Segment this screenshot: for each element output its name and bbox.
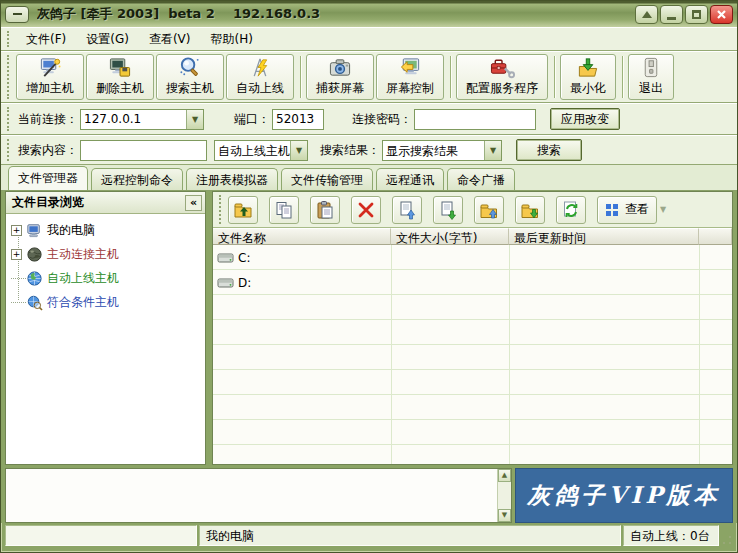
expand-icon[interactable]: + — [11, 225, 22, 236]
tab-remote-control[interactable]: 远程控制命令 — [91, 168, 183, 190]
collapse-panel-button[interactable]: « — [185, 195, 202, 211]
tree-item-label: 自动上线主机 — [47, 270, 119, 287]
table-row-drive-d[interactable]: D: — [213, 270, 732, 295]
tab-file-transfer[interactable]: 文件传输管理 — [281, 168, 373, 190]
system-menu-button[interactable] — [5, 6, 29, 23]
scroll-down-icon[interactable]: ▼ — [498, 509, 511, 522]
add-host-button[interactable]: 增加主机 — [16, 54, 84, 100]
refresh-button[interactable] — [556, 196, 586, 224]
paste-button[interactable] — [310, 196, 340, 224]
password-label: 连接密码： — [352, 111, 412, 128]
current-connection-select[interactable]: 127.0.0.1 ▼ — [80, 109, 204, 130]
search-button[interactable]: 搜索 — [516, 139, 582, 161]
connection-bar: 当前连接： 127.0.0.1 ▼ 端口： 连接密码： 应用改变 — [1, 103, 737, 135]
password-input[interactable] — [414, 109, 536, 130]
chevron-down-icon[interactable]: ▼ — [290, 141, 307, 160]
close-button[interactable] — [710, 5, 733, 24]
auto-online-button[interactable]: 自动上线 — [226, 54, 294, 100]
tree-item-label: 我的电脑 — [47, 222, 95, 239]
main-area: 文件目录浏览 « + 我的电脑 + 主动连接主机 — [1, 191, 737, 465]
file-table-header: 文件名称 文件大小(字节) 最后更新时间 — [213, 228, 732, 245]
search-content-label: 搜索内容： — [18, 142, 78, 159]
tab-registry-editor[interactable]: 注册表模拟器 — [186, 168, 278, 190]
configure-service-button[interactable]: 配置服务程序 — [456, 54, 548, 100]
system-menu-icon — [13, 13, 22, 15]
chevron-down-icon[interactable]: ▼ — [186, 110, 203, 129]
expand-icon[interactable]: + — [11, 249, 22, 260]
view-mode-dropdown-icon[interactable]: ▼ — [660, 205, 666, 214]
search-result-select[interactable]: 显示搜索结果 ▼ — [382, 140, 502, 161]
toolbar-grip[interactable] — [219, 195, 222, 224]
menu-help[interactable]: 帮助(H) — [201, 29, 263, 50]
upload-folder-button[interactable] — [474, 196, 504, 224]
status-online-count: 自动上线：0台 — [623, 525, 719, 546]
auto-online-hosts-icon — [26, 270, 43, 287]
current-connection-label: 当前连接： — [18, 111, 78, 128]
caption-buttons — [635, 5, 733, 24]
resize-grip[interactable] — [721, 525, 733, 546]
rollup-button[interactable] — [635, 5, 658, 24]
download-folder-button[interactable] — [515, 196, 545, 224]
table-row-drive-c[interactable]: C: — [213, 245, 732, 270]
tab-file-manager[interactable]: 文件管理器 — [8, 166, 88, 190]
search-host-button[interactable]: 搜索主机 — [156, 54, 224, 100]
download-file-icon — [438, 200, 458, 220]
port-input[interactable] — [272, 109, 324, 130]
download-file-button[interactable] — [433, 196, 463, 224]
directory-panel-title: 文件目录浏览 — [12, 194, 84, 211]
column-file-name[interactable]: 文件名称 — [213, 228, 391, 245]
column-file-size[interactable]: 文件大小(字节) — [391, 228, 509, 245]
file-panel: 查看 ▼ 文件名称 文件大小(字节) 最后更新时间 C: — [212, 191, 733, 465]
toolbar-separator — [300, 56, 302, 98]
toolbar-grip[interactable] — [7, 139, 10, 161]
tree-item-label: 符合条件主机 — [47, 294, 119, 311]
chevron-down-icon[interactable]: ▼ — [484, 141, 501, 160]
capture-screen-button[interactable]: 捕获屏幕 — [306, 54, 374, 100]
tree-item-connected-hosts[interactable]: + 主动连接主机 — [6, 242, 205, 266]
window-title: 灰鸽子 [牵手 2003] beta 2 192.168.0.3 — [37, 5, 635, 23]
apply-changes-button[interactable]: 应用改变 — [550, 108, 620, 130]
exit-button[interactable]: 退出 — [628, 54, 674, 100]
file-toolbar: 查看 ▼ — [213, 192, 732, 228]
log-scrollbar[interactable]: ▲ ▼ — [497, 469, 511, 522]
upload-file-button[interactable] — [392, 196, 422, 224]
minimize-to-tray-button[interactable]: 最小化 — [560, 54, 616, 100]
menu-settings[interactable]: 设置(G) — [76, 29, 139, 50]
view-mode-label: 查看 — [625, 201, 649, 218]
toolbar-grip[interactable] — [7, 107, 10, 131]
directory-panel: 文件目录浏览 « + 我的电脑 + 主动连接主机 — [5, 191, 206, 465]
screen-control-icon — [397, 56, 423, 79]
upload-folder-icon — [479, 200, 499, 220]
menu-view[interactable]: 查看(V) — [139, 29, 201, 50]
toolbar-grip[interactable] — [7, 31, 10, 47]
toolbar-button-label: 自动上线 — [236, 80, 284, 97]
delete-host-button[interactable]: 删除主机 — [86, 54, 154, 100]
tab-remote-comm[interactable]: 远程通讯 — [376, 168, 444, 190]
maximize-button[interactable] — [685, 5, 708, 24]
column-last-updated[interactable]: 最后更新时间 — [509, 228, 699, 245]
view-mode-button[interactable]: 查看 — [597, 196, 657, 224]
add-host-icon — [37, 56, 63, 79]
copy-button[interactable] — [269, 196, 299, 224]
tab-command-broadcast[interactable]: 命令广播 — [447, 168, 515, 190]
screen-control-button[interactable]: 屏幕控制 — [376, 54, 444, 100]
toolbar-button-label: 退出 — [639, 80, 663, 97]
delete-button[interactable] — [351, 196, 381, 224]
search-content-input[interactable] — [80, 140, 207, 161]
menu-file[interactable]: 文件(F) — [16, 29, 76, 50]
tree-item-matched-hosts[interactable]: 符合条件主机 — [6, 290, 205, 314]
upload-file-icon — [397, 200, 417, 220]
close-icon — [716, 9, 727, 20]
tree-item-auto-online-hosts[interactable]: 自动上线主机 — [6, 266, 205, 290]
scroll-up-icon[interactable]: ▲ — [498, 469, 511, 482]
title-bar[interactable]: 灰鸽子 [牵手 2003] beta 2 192.168.0.3 — [1, 1, 737, 27]
up-directory-icon — [233, 200, 253, 220]
port-label: 端口： — [234, 111, 270, 128]
minimize-button[interactable] — [660, 5, 683, 24]
toolbar-grip[interactable] — [7, 55, 10, 99]
up-directory-button[interactable] — [228, 196, 258, 224]
menu-bar: 文件(F) 设置(G) 查看(V) 帮助(H) — [1, 27, 737, 51]
log-panel: ▲ ▼ — [5, 468, 512, 523]
search-scope-select[interactable]: 自动上线主机 ▼ — [214, 140, 308, 161]
tree-item-my-computer[interactable]: + 我的电脑 — [6, 218, 205, 242]
